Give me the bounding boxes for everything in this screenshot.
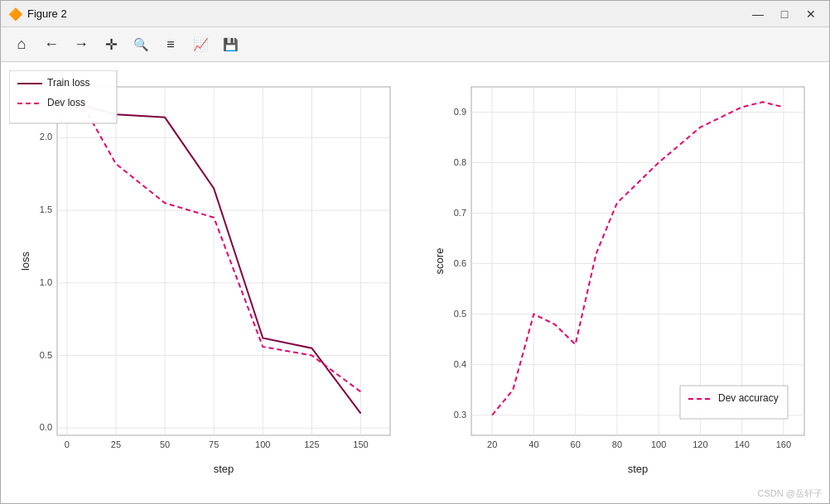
left-chart-panel bbox=[9, 70, 407, 478]
window-title: Figure 2 bbox=[27, 7, 746, 20]
title-bar: 🔶 Figure 2 — □ ✕ bbox=[1, 1, 829, 27]
zoom-button[interactable]: 🔍 bbox=[127, 31, 155, 59]
save-button[interactable]: 💾 bbox=[216, 31, 244, 59]
window-controls: — □ ✕ bbox=[746, 5, 823, 23]
main-window: 🔶 Figure 2 — □ ✕ ⌂ ← → ✛ 🔍 ≡ 📈 💾 CSDN @岳… bbox=[0, 0, 830, 504]
plot-button[interactable]: 📈 bbox=[186, 31, 215, 59]
toolbar: ⌂ ← → ✛ 🔍 ≡ 📈 💾 bbox=[1, 27, 829, 62]
forward-button[interactable]: → bbox=[67, 31, 95, 59]
right-chart-panel bbox=[423, 70, 821, 478]
watermark: CSDN @岳轩子 bbox=[758, 487, 823, 500]
close-button[interactable]: ✕ bbox=[799, 5, 823, 23]
chart-area: CSDN @岳轩子 bbox=[1, 62, 829, 503]
configure-button[interactable]: ≡ bbox=[157, 31, 185, 59]
home-button[interactable]: ⌂ bbox=[7, 31, 36, 59]
app-icon: 🔶 bbox=[7, 7, 22, 22]
left-chart bbox=[9, 70, 407, 478]
charts-container bbox=[9, 70, 821, 478]
minimize-button[interactable]: — bbox=[746, 5, 770, 23]
back-button[interactable]: ← bbox=[37, 31, 65, 59]
maximize-button[interactable]: □ bbox=[773, 5, 796, 23]
pan-button[interactable]: ✛ bbox=[97, 31, 125, 59]
right-chart bbox=[423, 70, 821, 478]
